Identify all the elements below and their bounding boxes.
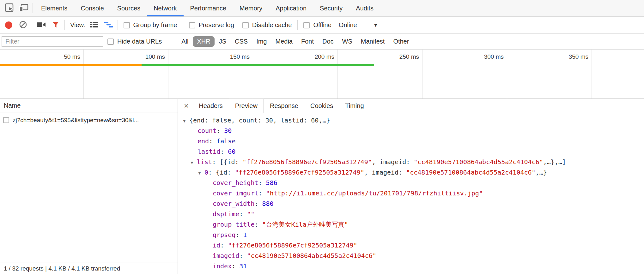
tab-application[interactable]: Application — [269, 0, 313, 16]
devtools-window: ElementsConsoleSourcesNetworkPerformance… — [0, 0, 644, 274]
token-num: 1 — [243, 231, 247, 239]
disclosure-triangle-icon[interactable]: ▼ — [197, 168, 204, 178]
filter-pill-img[interactable]: Img — [252, 36, 271, 47]
name-column-header[interactable]: Name — [0, 99, 178, 112]
token-key: list — [197, 158, 212, 166]
token-key: count — [197, 127, 216, 134]
disclosure-triangle-icon[interactable]: ▼ — [182, 116, 189, 126]
tab-security[interactable]: Security — [313, 0, 349, 16]
token-str: "cc48190e57100864abc4d55a2c4104c6" — [414, 158, 543, 166]
tree-line: id: "ff276e8056f58896e7cf92505a312749" — [178, 240, 644, 251]
filter-pill-all[interactable]: All — [177, 36, 192, 47]
group-by-frame-label: Group by frame — [133, 21, 177, 29]
tab-performance[interactable]: Performance — [184, 0, 233, 16]
request-list: zj?ch=beauty&t1=595&listtype=new&sn=30&l… — [0, 112, 178, 128]
filter-input[interactable] — [2, 36, 103, 47]
list-rows-icon — [90, 21, 99, 29]
timeline-gridline — [253, 50, 253, 98]
separator — [32, 20, 32, 30]
tree-line[interactable]: ▼0: {id: "ff276e8056f58896e7cf92505a3127… — [178, 167, 644, 178]
request-list-filler — [0, 128, 178, 263]
timeline-gridline — [507, 50, 507, 98]
timeline-label: 300 ms — [453, 53, 504, 60]
token-plain: : — [258, 189, 266, 197]
filter-pill-manifest[interactable]: Manifest — [357, 36, 389, 47]
preserve-log-checkbox-item[interactable]: Preserve log — [189, 21, 234, 29]
checkbox-icon[interactable] — [303, 22, 310, 28]
funnel-icon — [52, 21, 59, 30]
token-bool: false — [216, 137, 235, 145]
checkbox-icon[interactable] — [107, 39, 114, 45]
filter-pill-media[interactable]: Media — [271, 36, 296, 47]
clear-button[interactable] — [16, 17, 30, 33]
tab-console[interactable]: Console — [74, 0, 110, 16]
disable-cache-checkbox-item[interactable]: Disable cache — [242, 21, 292, 29]
tab-network[interactable]: Network — [147, 0, 183, 16]
throttling-select[interactable]: Online ▼ — [339, 21, 378, 29]
filter-pill-doc[interactable]: Doc — [318, 36, 338, 47]
token-str: "" — [247, 210, 254, 218]
separator — [33, 3, 33, 13]
checkbox-icon[interactable] — [189, 22, 195, 28]
separator — [118, 20, 118, 30]
filmstrip-button[interactable] — [34, 17, 48, 33]
requests-summary: 1 / 32 requests | 4.1 KB / 4.1 KB transf… — [0, 263, 178, 274]
timeline-gridline — [337, 50, 338, 98]
detail-tab-timing[interactable]: Timing — [339, 99, 370, 113]
tree-line: imgurl: "http://i1.umei.cc/uploads/tu/20… — [178, 271, 644, 274]
overview-bar-segment — [142, 64, 374, 66]
disclosure-triangle-icon[interactable]: ▼ — [190, 158, 197, 168]
requests-panel: Name zj?ch=beauty&t1=595&listtype=new&sn… — [0, 99, 178, 274]
filter-pill-ws[interactable]: WS — [338, 36, 356, 47]
token-num: 31 — [239, 262, 247, 270]
tab-sources[interactable]: Sources — [111, 0, 147, 16]
throttling-value: Online — [339, 21, 357, 29]
token-str: "cc48190e57100864abc4d55a2c4104c6" — [247, 252, 376, 259]
detail-tab-preview[interactable]: Preview — [229, 99, 264, 113]
inspect-button[interactable] — [2, 0, 16, 16]
tree-line[interactable]: ▼{end: false, count: 30, lastid: 60,…} — [178, 115, 644, 126]
tree-line: cover_width: 880 — [178, 199, 644, 209]
token-key: end — [197, 137, 209, 145]
token-key: cover_height — [213, 179, 258, 187]
token-plain: , imageid: — [364, 169, 406, 176]
filter-pill-other[interactable]: Other — [389, 36, 413, 47]
request-rows-view-button[interactable] — [87, 17, 101, 33]
detail-tab-cookies[interactable]: Cookies — [304, 99, 339, 113]
hide-data-urls-label: Hide data URLs — [117, 38, 162, 45]
request-row[interactable]: zj?ch=beauty&t1=595&listtype=new&sn=30&l… — [0, 112, 178, 128]
hide-data-urls-checkbox-item[interactable]: Hide data URLs — [107, 38, 162, 45]
tree-line[interactable]: ▼list: [{id: "ff276e8056f58896e7cf92505a… — [178, 157, 644, 167]
tab-audits[interactable]: Audits — [349, 0, 380, 16]
filter-pill-js[interactable]: JS — [215, 36, 230, 47]
filter-pill-css[interactable]: CSS — [231, 36, 252, 47]
token-num: 586 — [266, 179, 277, 187]
network-toolbar: View: — [0, 17, 644, 34]
tab-memory[interactable]: Memory — [233, 0, 269, 16]
token-num: 30 — [224, 127, 232, 134]
checkbox-icon[interactable] — [242, 22, 249, 28]
filter-button[interactable] — [48, 17, 63, 33]
token-str: "http://i1.umei.cc/uploads/tu/201701/798… — [243, 273, 460, 274]
token-str: "ff276e8056f58896e7cf92505a312749" — [243, 158, 372, 166]
token-plain: , imageid: — [372, 158, 414, 166]
timeline-overview[interactable]: 50 ms100 ms150 ms200 ms250 ms300 ms350 m… — [0, 50, 644, 99]
tab-elements[interactable]: Elements — [34, 0, 74, 16]
close-details-button[interactable]: × — [180, 99, 193, 113]
tree-line: dsptime: "" — [178, 209, 644, 219]
device-toolbar-button[interactable] — [16, 0, 31, 16]
detail-tab-response[interactable]: Response — [264, 99, 304, 113]
group-by-frame-checkbox-item[interactable]: Group by frame — [124, 21, 177, 29]
block-icon — [19, 21, 27, 30]
main-tabs: ElementsConsoleSourcesNetworkPerformance… — [34, 0, 380, 16]
offline-checkbox-item[interactable]: Offline — [303, 21, 331, 29]
filter-pill-font[interactable]: Font — [297, 36, 318, 47]
filter-pill-xhr[interactable]: XHR — [193, 36, 214, 47]
separator — [183, 20, 183, 30]
detail-tab-headers[interactable]: Headers — [193, 99, 229, 113]
record-button[interactable] — [1, 17, 16, 33]
overview-view-button[interactable] — [101, 17, 116, 33]
token-key: group_title — [213, 221, 254, 228]
overview-bar-segment — [0, 64, 142, 66]
checkbox-icon[interactable] — [124, 22, 130, 28]
